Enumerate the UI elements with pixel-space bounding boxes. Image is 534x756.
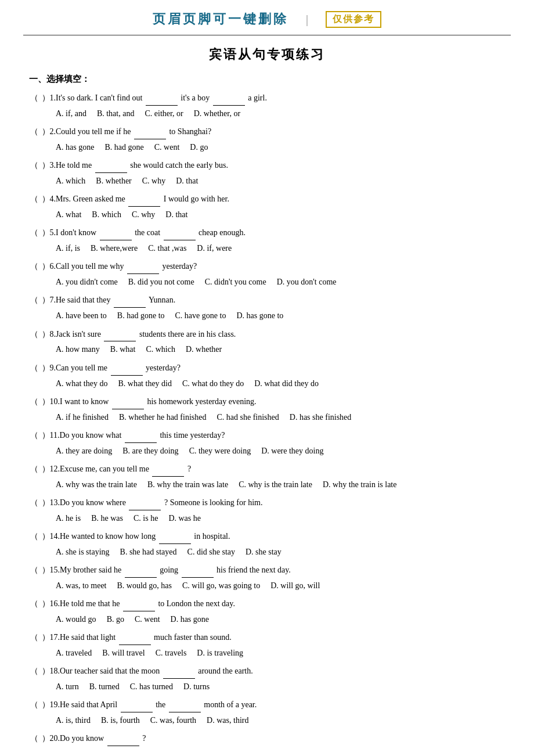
q12-optA: A. why was the train late xyxy=(56,477,137,492)
q1-line: （ ）1. It's so dark. I can't find out it'… xyxy=(29,91,505,106)
q1-blank2 xyxy=(213,105,245,106)
section1-title: 一、选择填空： xyxy=(29,74,505,85)
question-13: （ ）13. Do you know where ? Someone is lo… xyxy=(29,495,505,525)
q4-optC: C. why xyxy=(132,207,155,222)
q18-options: A. turn B. turned C. has turned D. turns xyxy=(56,679,505,694)
question-4: （ ）4. Mrs. Green asked me I would go wit… xyxy=(29,192,505,222)
q17-optD: D. is traveling xyxy=(197,646,243,660)
q6-optA: A. you didn't come xyxy=(56,275,118,289)
q3-optB: B. whether xyxy=(96,174,131,188)
question-18: （ ）18. Our teacher said that the moon ar… xyxy=(29,664,505,694)
q19-optB: B. is, fourth xyxy=(101,713,140,728)
q14-options: A. she is staying B. she had stayed C. d… xyxy=(56,545,505,559)
q1-optA: A. if, and xyxy=(56,106,86,121)
q19-blank1 xyxy=(121,712,153,712)
q2-num: ）2. xyxy=(39,124,56,139)
q6-num: ）6. xyxy=(39,259,56,273)
q7-paren: （ xyxy=(29,293,39,307)
question-19: （ ）19. He said that April the month of a… xyxy=(29,697,505,728)
q19-text: He said that April the month of a year. xyxy=(60,697,505,712)
q8-blank1 xyxy=(104,341,136,341)
q12-optB: B. why the train was late xyxy=(147,477,228,492)
q7-num: ）7. xyxy=(39,293,56,307)
q5-optC: C. that ,was xyxy=(148,241,186,255)
q2-optD: D. go xyxy=(190,140,208,154)
q7-text: He said that they Yunnan. xyxy=(56,293,505,308)
q12-options: A. why was the train late B. why the tra… xyxy=(56,477,505,492)
q10-optC: C. had she finished xyxy=(217,410,279,424)
q10-paren: （ xyxy=(29,394,39,409)
q5-blank2 xyxy=(164,240,196,240)
q14-text: He wanted to know how long in hospital. xyxy=(60,529,505,544)
question-8: （ ）8. Jack isn't sure students there are… xyxy=(29,327,505,357)
q17-line: （ ）17. He said that light much faster th… xyxy=(29,630,505,645)
q8-text: Jack isn't sure students there are in hi… xyxy=(56,327,505,342)
q15-paren: （ xyxy=(29,563,39,577)
q17-optC: C. travels xyxy=(156,646,187,660)
q12-optD: D. why the train is late xyxy=(323,477,397,492)
q14-optC: C. did she stay xyxy=(187,545,235,559)
q12-optC: C. why is the train late xyxy=(239,477,312,492)
q13-optC: C. is he xyxy=(134,511,158,525)
q3-num: ）3. xyxy=(39,158,56,172)
q4-text: Mrs. Green asked me I would go with her. xyxy=(56,192,505,207)
q9-optB: B. what they did xyxy=(118,376,172,391)
q6-optC: C. didn't you come xyxy=(205,275,266,289)
q11-optB: B. are they doing xyxy=(122,444,178,458)
q19-line: （ ）19. He said that April the month of a… xyxy=(29,697,505,712)
header-divider: | xyxy=(306,13,308,26)
q14-num: ）14. xyxy=(39,529,60,543)
q6-options: A. you didn't come B. did you not come C… xyxy=(56,275,505,289)
q1-num: ）1. xyxy=(39,91,56,105)
q20-text: Do you know ? xyxy=(60,731,505,746)
q4-num: ）4. xyxy=(39,192,56,206)
q7-optB: B. had gone to xyxy=(117,308,165,323)
q2-paren: （ xyxy=(29,124,39,139)
q17-options: A. traveled B. will travel C. travels D.… xyxy=(56,646,505,660)
q2-optC: C. went xyxy=(154,140,180,154)
q11-options: A. they are doing B. are they doing C. t… xyxy=(56,444,505,458)
q14-line: （ ）14. He wanted to know how long in hos… xyxy=(29,529,505,544)
q12-text: Excuse me, can you tell me ? xyxy=(60,462,505,477)
q15-blank2 xyxy=(182,577,214,578)
q2-optA: A. has gone xyxy=(56,140,95,154)
q10-optB: B. whether he had finished xyxy=(119,410,206,424)
q11-num: ）11. xyxy=(39,428,59,442)
q8-num: ）8. xyxy=(39,327,56,341)
q3-optD: D. that xyxy=(176,174,198,188)
q13-optA: A. he is xyxy=(56,511,81,525)
question-20: （ ）20. Do you know ? xyxy=(29,731,505,746)
question-2: （ ）2. Could you tell me if he to Shangha… xyxy=(29,124,505,154)
q7-blank1 xyxy=(114,307,146,308)
q5-line: （ ）5. I don't know the coat cheap enough… xyxy=(29,225,505,240)
q10-num: ）10. xyxy=(39,394,60,409)
q1-text: It's so dark. I can't find out it's a bo… xyxy=(56,91,505,106)
q1-blank1 xyxy=(146,105,178,106)
q15-options: A. was, to meet B. would go, has C. will… xyxy=(56,578,505,593)
q16-line: （ ）16. He told me that he to London the … xyxy=(29,596,505,611)
q18-optB: B. turned xyxy=(89,679,120,694)
q1-options: A. if, and B. that, and C. either, or D.… xyxy=(56,106,505,121)
q15-optB: B. would go, has xyxy=(117,578,172,593)
q3-options: A. which B. whether C. why D. that xyxy=(56,174,505,188)
question-11: （ ）11. Do you know what this time yester… xyxy=(29,428,505,458)
q10-optD: D. has she finished xyxy=(290,410,352,424)
q13-paren: （ xyxy=(29,495,39,510)
q10-line: （ ）10. I want to know his homework yeste… xyxy=(29,394,505,409)
q15-optD: D. will go, will xyxy=(270,578,320,593)
q17-num: ）17. xyxy=(39,630,60,645)
q17-paren: （ xyxy=(29,630,39,645)
q9-blank1 xyxy=(111,375,143,376)
q5-optA: A. if, is xyxy=(56,241,80,255)
q19-optC: C. was, fourth xyxy=(150,713,196,728)
q18-optA: A. turn xyxy=(56,679,79,694)
q17-text: He said that light much faster than soun… xyxy=(60,630,505,645)
q9-optC: C. what do they do xyxy=(182,376,244,391)
q4-optD: D. that xyxy=(165,207,187,222)
header: 页眉页脚可一键删除 | 仅供参考 xyxy=(0,0,534,33)
q13-options: A. he is B. he was C. is he D. was he xyxy=(56,511,505,525)
q19-paren: （ xyxy=(29,697,39,712)
q7-optA: A. have been to xyxy=(56,308,107,323)
q15-optC: C. will go, was going to xyxy=(182,578,260,593)
q5-optD: D. if, were xyxy=(197,241,232,255)
